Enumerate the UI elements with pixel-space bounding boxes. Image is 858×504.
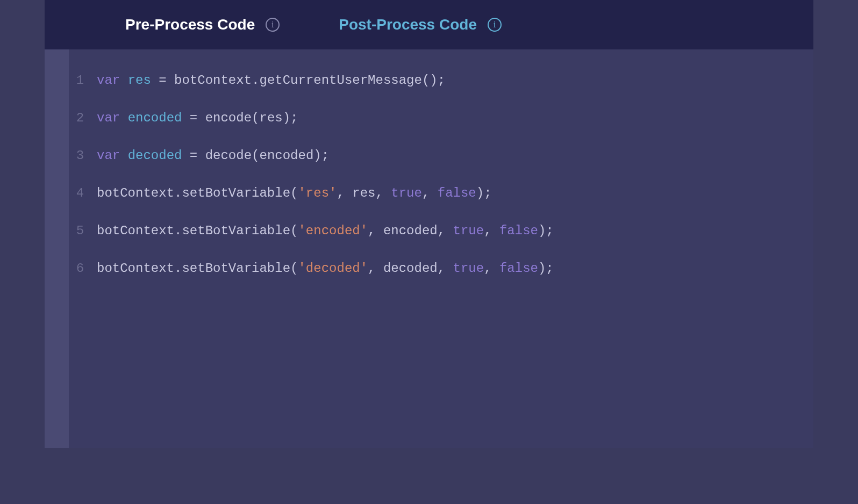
- line-number: 4: [69, 184, 91, 221]
- code-line[interactable]: botContext.setBotVariable('encoded', enc…: [97, 221, 813, 259]
- code-editor-panel: Pre-Process Code i Post-Process Code i 1…: [45, 0, 813, 448]
- code-editor[interactable]: 123456 var res = botContext.getCurrentUs…: [45, 49, 813, 448]
- token-default: );: [538, 224, 554, 238]
- line-number: 3: [69, 146, 91, 184]
- token-default: botContext.setBotVariable(: [97, 224, 298, 238]
- tab-postprocess[interactable]: Post-Process Code i: [339, 16, 502, 33]
- token-bool: false: [438, 186, 476, 200]
- token-keyword: var: [97, 111, 120, 125]
- tab-preprocess-label: Pre-Process Code: [125, 16, 255, 33]
- token-default: , decoded,: [368, 261, 453, 276]
- code-line[interactable]: var decoded = decode(encoded);: [97, 146, 813, 184]
- token-default: = decode(encoded);: [182, 148, 329, 163]
- token-default: [120, 73, 127, 88]
- editor-margin: [45, 49, 69, 448]
- code-line[interactable]: var encoded = encode(res);: [97, 109, 813, 146]
- token-default: ,: [422, 186, 438, 200]
- info-icon[interactable]: i: [266, 18, 280, 32]
- token-keyword: var: [97, 73, 120, 88]
- line-number: 1: [69, 71, 91, 109]
- token-default: );: [476, 186, 492, 200]
- token-bool: true: [391, 186, 422, 200]
- token-bool: true: [453, 224, 484, 238]
- token-default: , encoded,: [368, 224, 453, 238]
- token-string: 'res': [298, 186, 337, 200]
- token-bool: false: [499, 261, 538, 276]
- line-number: 5: [69, 221, 91, 259]
- code-line[interactable]: botContext.setBotVariable('decoded', dec…: [97, 259, 813, 297]
- info-icon[interactable]: i: [488, 18, 502, 32]
- code-line[interactable]: var res = botContext.getCurrentUserMessa…: [97, 71, 813, 109]
- line-number: 2: [69, 109, 91, 146]
- token-default: botContext.setBotVariable(: [97, 186, 298, 200]
- token-default: );: [538, 261, 554, 276]
- token-default: ,: [484, 224, 499, 238]
- token-bool: true: [453, 261, 484, 276]
- token-string: 'decoded': [298, 261, 368, 276]
- line-gutter: 123456: [69, 49, 91, 448]
- token-default: , res,: [337, 186, 391, 200]
- token-string: 'encoded': [298, 224, 368, 238]
- tab-preprocess[interactable]: Pre-Process Code i: [125, 16, 280, 33]
- code-line[interactable]: botContext.setBotVariable('res', res, tr…: [97, 184, 813, 221]
- token-ident: res: [128, 73, 151, 88]
- token-default: = encode(res);: [182, 111, 298, 125]
- token-ident: encoded: [128, 111, 182, 125]
- token-default: [120, 148, 127, 163]
- token-ident: decoded: [128, 148, 182, 163]
- token-default: ,: [484, 261, 499, 276]
- token-default: botContext.setBotVariable(: [97, 261, 298, 276]
- token-bool: false: [499, 224, 538, 238]
- token-keyword: var: [97, 148, 120, 163]
- token-default: = botContext.getCurrentUserMessage();: [151, 73, 445, 88]
- line-number: 6: [69, 259, 91, 297]
- tab-postprocess-label: Post-Process Code: [339, 16, 477, 33]
- code-area[interactable]: var res = botContext.getCurrentUserMessa…: [91, 49, 813, 448]
- token-default: [120, 111, 127, 125]
- tab-bar: Pre-Process Code i Post-Process Code i: [45, 0, 813, 49]
